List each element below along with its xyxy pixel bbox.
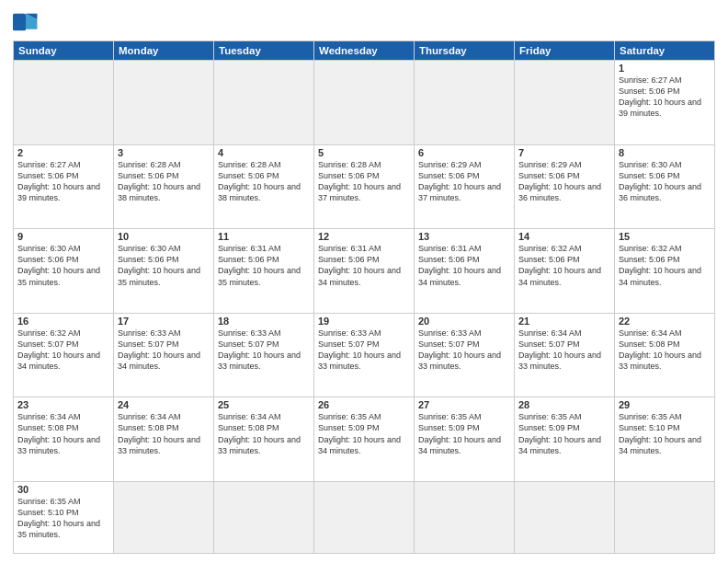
- day-info: Sunrise: 6:30 AM Sunset: 5:06 PM Dayligh…: [619, 159, 711, 204]
- day-info: Sunrise: 6:34 AM Sunset: 5:07 PM Dayligh…: [518, 327, 610, 373]
- calendar-cell: 19Sunrise: 6:33 AM Sunset: 5:07 PM Dayli…: [314, 313, 415, 397]
- day-number: 5: [318, 147, 410, 158]
- calendar-cell: 7Sunrise: 6:29 AM Sunset: 5:06 PM Daylig…: [515, 144, 615, 229]
- day-number: 27: [418, 399, 510, 410]
- day-info: Sunrise: 6:28 AM Sunset: 5:06 PM Dayligh…: [118, 159, 210, 204]
- day-info: Sunrise: 6:27 AM Sunset: 5:06 PM Dayligh…: [17, 159, 109, 204]
- day-number: 28: [518, 399, 610, 410]
- day-info: Sunrise: 6:32 AM Sunset: 5:06 PM Dayligh…: [619, 243, 711, 288]
- day-info: Sunrise: 6:30 AM Sunset: 5:06 PM Dayligh…: [17, 243, 109, 288]
- day-number: 1: [619, 63, 711, 74]
- day-info: Sunrise: 6:34 AM Sunset: 5:08 PM Dayligh…: [17, 411, 109, 456]
- day-number: 14: [518, 231, 610, 242]
- calendar-cell: 18Sunrise: 6:33 AM Sunset: 5:07 PM Dayli…: [214, 313, 314, 397]
- weekday-header-saturday: Saturday: [615, 41, 715, 61]
- weekday-header-monday: Monday: [114, 41, 214, 61]
- weekday-header-friday: Friday: [515, 41, 615, 61]
- calendar-cell: 14Sunrise: 6:32 AM Sunset: 5:06 PM Dayli…: [515, 229, 615, 314]
- day-number: 16: [17, 316, 109, 327]
- weekday-header-sunday: Sunday: [14, 41, 114, 61]
- day-info: Sunrise: 6:33 AM Sunset: 5:07 PM Dayligh…: [318, 327, 410, 373]
- day-number: 13: [418, 231, 510, 242]
- day-info: Sunrise: 6:32 AM Sunset: 5:07 PM Dayligh…: [17, 327, 109, 373]
- day-number: 29: [619, 399, 711, 410]
- calendar-cell: [615, 481, 715, 553]
- day-info: Sunrise: 6:31 AM Sunset: 5:06 PM Dayligh…: [318, 243, 410, 288]
- svg-rect-0: [13, 14, 26, 31]
- calendar-week-row: 9Sunrise: 6:30 AM Sunset: 5:06 PM Daylig…: [14, 229, 715, 314]
- day-number: 12: [318, 231, 410, 242]
- page: SundayMondayTuesdayWednesdayThursdayFrid…: [0, 0, 728, 563]
- day-number: 11: [218, 231, 310, 242]
- day-number: 24: [118, 399, 210, 410]
- calendar-cell: 4Sunrise: 6:28 AM Sunset: 5:06 PM Daylig…: [214, 144, 314, 229]
- calendar-week-row: 2Sunrise: 6:27 AM Sunset: 5:06 PM Daylig…: [14, 144, 715, 229]
- day-info: Sunrise: 6:34 AM Sunset: 5:08 PM Dayligh…: [619, 327, 711, 373]
- day-number: 2: [17, 147, 109, 158]
- calendar-cell: [14, 61, 114, 145]
- day-info: Sunrise: 6:35 AM Sunset: 5:10 PM Dayligh…: [619, 411, 711, 456]
- calendar-table: SundayMondayTuesdayWednesdayThursdayFrid…: [13, 40, 715, 554]
- calendar-cell: 30Sunrise: 6:35 AM Sunset: 5:10 PM Dayli…: [14, 481, 114, 553]
- calendar-cell: 11Sunrise: 6:31 AM Sunset: 5:06 PM Dayli…: [214, 229, 314, 314]
- day-number: 15: [619, 231, 711, 242]
- calendar-cell: 24Sunrise: 6:34 AM Sunset: 5:08 PM Dayli…: [114, 397, 214, 482]
- day-number: 22: [619, 316, 711, 327]
- day-number: 25: [218, 399, 310, 410]
- calendar-cell: 6Sunrise: 6:29 AM Sunset: 5:06 PM Daylig…: [415, 144, 515, 229]
- calendar-cell: 26Sunrise: 6:35 AM Sunset: 5:09 PM Dayli…: [314, 397, 415, 482]
- calendar-week-row: 16Sunrise: 6:32 AM Sunset: 5:07 PM Dayli…: [14, 313, 715, 397]
- day-info: Sunrise: 6:31 AM Sunset: 5:06 PM Dayligh…: [218, 243, 310, 288]
- day-number: 9: [17, 231, 109, 242]
- calendar-week-row: 30Sunrise: 6:35 AM Sunset: 5:10 PM Dayli…: [14, 481, 715, 553]
- day-info: Sunrise: 6:30 AM Sunset: 5:06 PM Dayligh…: [118, 243, 210, 288]
- calendar-cell: [515, 481, 615, 553]
- calendar-cell: 9Sunrise: 6:30 AM Sunset: 5:06 PM Daylig…: [14, 229, 114, 314]
- calendar-cell: [415, 481, 515, 553]
- weekday-header-wednesday: Wednesday: [314, 41, 415, 61]
- day-info: Sunrise: 6:33 AM Sunset: 5:07 PM Dayligh…: [118, 327, 210, 373]
- calendar-cell: [114, 61, 214, 145]
- header: [13, 9, 715, 35]
- day-info: Sunrise: 6:35 AM Sunset: 5:09 PM Dayligh…: [518, 411, 610, 456]
- calendar-cell: 27Sunrise: 6:35 AM Sunset: 5:09 PM Dayli…: [415, 397, 515, 482]
- day-number: 8: [619, 147, 711, 158]
- day-info: Sunrise: 6:28 AM Sunset: 5:06 PM Dayligh…: [318, 159, 410, 204]
- day-info: Sunrise: 6:35 AM Sunset: 5:10 PM Dayligh…: [17, 496, 109, 541]
- day-number: 4: [218, 147, 310, 158]
- calendar-cell: 3Sunrise: 6:28 AM Sunset: 5:06 PM Daylig…: [114, 144, 214, 229]
- calendar-cell: 28Sunrise: 6:35 AM Sunset: 5:09 PM Dayli…: [515, 397, 615, 482]
- day-number: 18: [218, 316, 310, 327]
- day-info: Sunrise: 6:32 AM Sunset: 5:06 PM Dayligh…: [518, 243, 610, 288]
- calendar-week-row: 1Sunrise: 6:27 AM Sunset: 5:06 PM Daylig…: [14, 61, 715, 145]
- day-number: 26: [318, 399, 410, 410]
- calendar-cell: [214, 61, 314, 145]
- day-info: Sunrise: 6:34 AM Sunset: 5:08 PM Dayligh…: [218, 411, 310, 456]
- day-info: Sunrise: 6:35 AM Sunset: 5:09 PM Dayligh…: [418, 411, 510, 456]
- calendar-cell: [314, 61, 415, 145]
- calendar-cell: 25Sunrise: 6:34 AM Sunset: 5:08 PM Dayli…: [214, 397, 314, 482]
- day-number: 6: [418, 147, 510, 158]
- day-number: 10: [118, 231, 210, 242]
- day-number: 19: [318, 316, 410, 327]
- calendar-cell: 1Sunrise: 6:27 AM Sunset: 5:06 PM Daylig…: [615, 61, 715, 145]
- day-info: Sunrise: 6:29 AM Sunset: 5:06 PM Dayligh…: [518, 159, 610, 204]
- calendar-cell: 10Sunrise: 6:30 AM Sunset: 5:06 PM Dayli…: [114, 229, 214, 314]
- day-info: Sunrise: 6:33 AM Sunset: 5:07 PM Dayligh…: [218, 327, 310, 373]
- generalblue-logo-icon: [13, 9, 39, 35]
- day-number: 21: [518, 316, 610, 327]
- day-info: Sunrise: 6:28 AM Sunset: 5:06 PM Dayligh…: [218, 159, 310, 204]
- calendar-cell: 29Sunrise: 6:35 AM Sunset: 5:10 PM Dayli…: [615, 397, 715, 482]
- day-number: 30: [17, 484, 109, 495]
- day-info: Sunrise: 6:27 AM Sunset: 5:06 PM Dayligh…: [619, 75, 711, 120]
- day-info: Sunrise: 6:29 AM Sunset: 5:06 PM Dayligh…: [418, 159, 510, 204]
- day-number: 20: [418, 316, 510, 327]
- weekday-header-row: SundayMondayTuesdayWednesdayThursdayFrid…: [14, 41, 715, 61]
- calendar-cell: 20Sunrise: 6:33 AM Sunset: 5:07 PM Dayli…: [415, 313, 515, 397]
- day-number: 23: [17, 399, 109, 410]
- day-info: Sunrise: 6:35 AM Sunset: 5:09 PM Dayligh…: [318, 411, 410, 456]
- calendar-week-row: 23Sunrise: 6:34 AM Sunset: 5:08 PM Dayli…: [14, 397, 715, 482]
- day-number: 17: [118, 316, 210, 327]
- weekday-header-thursday: Thursday: [415, 41, 515, 61]
- calendar-cell: 5Sunrise: 6:28 AM Sunset: 5:06 PM Daylig…: [314, 144, 415, 229]
